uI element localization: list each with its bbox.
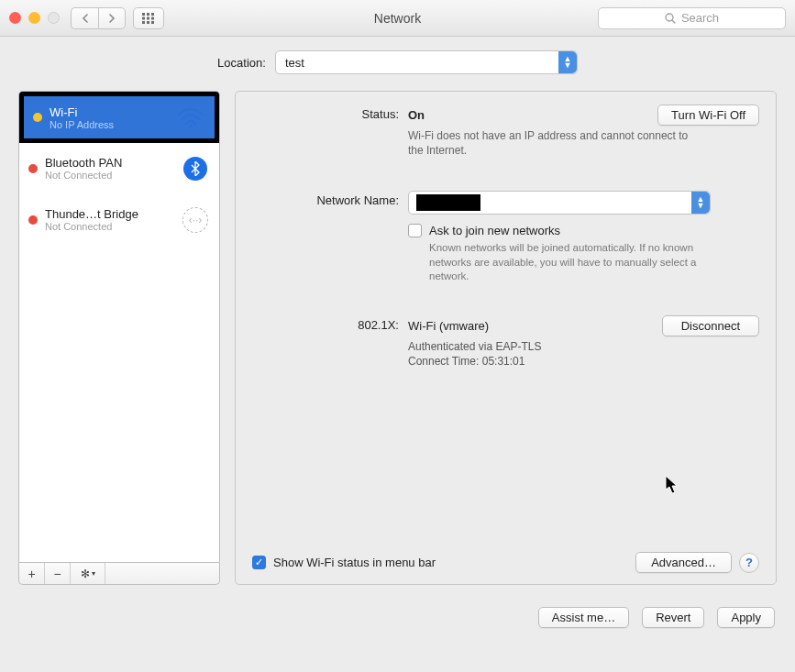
window-titlebar: Network Search bbox=[0, 0, 795, 37]
svg-point-11 bbox=[189, 125, 193, 128]
sidebar-item-title: Thunde…t Bridge bbox=[45, 207, 181, 221]
location-label: Location: bbox=[217, 56, 266, 70]
footer-buttons: Assist me… Revert Apply bbox=[0, 594, 795, 644]
advanced-button[interactable]: Advanced… bbox=[635, 552, 732, 573]
svg-rect-3 bbox=[142, 17, 145, 19]
status-label: Status: bbox=[252, 105, 408, 158]
eap-profile-name: Wi-Fi (vmware) bbox=[408, 319, 489, 333]
network-name-select[interactable]: ▲▼ bbox=[408, 191, 711, 215]
nav-buttons bbox=[71, 7, 126, 29]
eap-connect-time: Connect Time: 05:31:01 bbox=[408, 354, 759, 369]
chevron-left-icon bbox=[82, 14, 89, 23]
search-placeholder: Search bbox=[681, 11, 719, 25]
zoom-window-button[interactable] bbox=[48, 12, 60, 24]
minimize-window-button[interactable] bbox=[28, 12, 40, 24]
eap-label: 802.1X: bbox=[252, 315, 408, 369]
chevron-down-icon: ▾ bbox=[92, 569, 95, 578]
show-wifi-status-label: Show Wi-Fi status in menu bar bbox=[273, 556, 436, 569]
svg-rect-7 bbox=[147, 21, 149, 24]
search-field[interactable]: Search bbox=[598, 7, 786, 29]
chevron-right-icon bbox=[108, 14, 116, 23]
location-select[interactable]: test ▲▼ bbox=[275, 50, 578, 74]
status-dot-icon bbox=[28, 164, 38, 173]
eap-auth-text: Authenticated via EAP-TLS bbox=[408, 339, 759, 354]
select-stepper-icon: ▲▼ bbox=[691, 192, 710, 214]
ask-to-join-label: Ask to join new networks bbox=[429, 224, 560, 237]
gear-icon: ✻ bbox=[81, 567, 90, 580]
wifi-toggle-button[interactable]: Turn Wi-Fi Off bbox=[657, 105, 759, 126]
detail-panel: Status: On Turn Wi-Fi Off Wi-Fi does not… bbox=[235, 91, 777, 585]
interface-action-menu[interactable]: ✻▾ bbox=[71, 563, 105, 584]
remove-interface-button[interactable]: − bbox=[45, 563, 71, 584]
svg-rect-8 bbox=[151, 21, 154, 24]
sidebar-item-subtitle: Not Connected bbox=[45, 170, 181, 181]
status-dot-icon bbox=[33, 113, 42, 122]
apply-button[interactable]: Apply bbox=[717, 607, 775, 628]
forward-button[interactable] bbox=[98, 7, 126, 29]
show-wifi-status-checkbox[interactable]: ✓ bbox=[252, 556, 266, 569]
revert-button[interactable]: Revert bbox=[642, 607, 704, 628]
sidebar-item-title: Bluetooth PAN bbox=[45, 156, 181, 170]
add-interface-button[interactable]: + bbox=[19, 563, 45, 584]
sidebar-item-thunderbolt-bridge[interactable]: Thunde…t Bridge Not Connected ‹··› bbox=[19, 194, 219, 246]
svg-rect-0 bbox=[142, 13, 145, 16]
assist-me-button[interactable]: Assist me… bbox=[538, 607, 629, 628]
status-value: On bbox=[408, 108, 425, 122]
sidebar-item-subtitle: Not Connected bbox=[45, 221, 181, 232]
bluetooth-icon bbox=[183, 157, 207, 181]
sidebar-item-subtitle: No IP Address bbox=[50, 119, 176, 130]
sidebar-toolbar: + − ✻▾ bbox=[18, 563, 220, 585]
svg-rect-5 bbox=[151, 17, 154, 19]
select-stepper-icon: ▲▼ bbox=[558, 51, 577, 73]
close-window-button[interactable] bbox=[9, 12, 21, 24]
help-button[interactable]: ? bbox=[739, 553, 759, 573]
traffic-lights bbox=[9, 12, 60, 24]
grid-icon bbox=[142, 13, 155, 24]
status-help-text: Wi-Fi does not have an IP address and ca… bbox=[408, 129, 701, 158]
sidebar-item-bluetooth-pan[interactable]: Bluetooth PAN Not Connected bbox=[19, 143, 219, 194]
thunderbolt-bridge-icon: ‹··› bbox=[182, 207, 208, 233]
status-dot-icon bbox=[28, 215, 38, 225]
svg-rect-1 bbox=[147, 13, 149, 16]
help-icon: ? bbox=[745, 556, 753, 569]
ask-to-join-help: Known networks will be joined automatica… bbox=[429, 241, 713, 284]
interface-list: Wi-Fi No IP Address bbox=[18, 91, 220, 563]
svg-rect-4 bbox=[147, 17, 149, 19]
eap-disconnect-button[interactable]: Disconnect bbox=[662, 315, 759, 336]
window-title: Network bbox=[374, 11, 421, 26]
sidebar-item-wifi[interactable]: Wi-Fi No IP Address bbox=[19, 92, 219, 143]
svg-rect-2 bbox=[151, 13, 154, 16]
network-name-label: Network Name: bbox=[252, 191, 408, 215]
svg-rect-6 bbox=[142, 21, 145, 24]
svg-line-10 bbox=[672, 20, 675, 23]
show-all-button[interactable] bbox=[133, 7, 164, 29]
network-name-value bbox=[416, 194, 480, 211]
location-value: test bbox=[285, 56, 304, 70]
ask-to-join-checkbox[interactable] bbox=[408, 224, 422, 237]
back-button[interactable] bbox=[71, 7, 98, 29]
search-icon bbox=[665, 13, 676, 24]
sidebar-item-title: Wi-Fi bbox=[50, 105, 176, 119]
wifi-icon bbox=[177, 105, 204, 129]
